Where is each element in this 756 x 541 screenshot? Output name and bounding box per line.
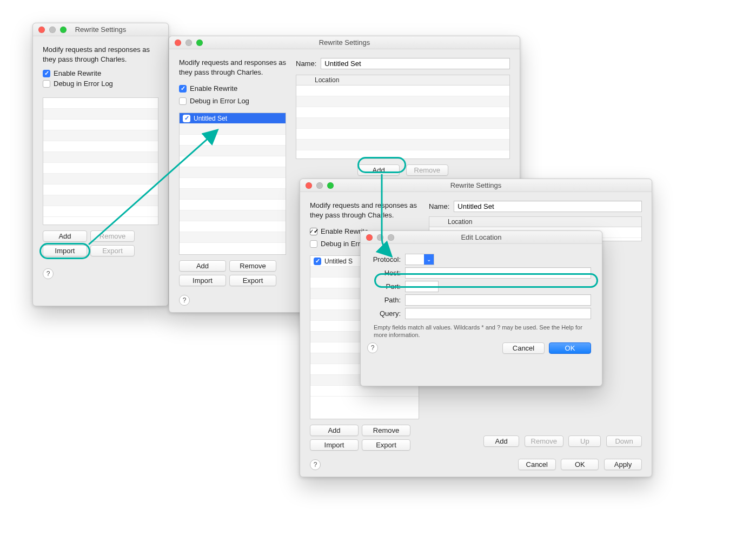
close-icon[interactable] bbox=[306, 182, 312, 189]
rules-remove-button[interactable]: Remove bbox=[525, 436, 563, 447]
export-button[interactable]: Export bbox=[229, 275, 276, 286]
zoom-icon[interactable] bbox=[196, 39, 203, 46]
remove-button[interactable]: Remove bbox=[362, 425, 410, 436]
minimize-icon[interactable] bbox=[185, 39, 192, 46]
intro-text: Modify requests and responses as they pa… bbox=[43, 45, 158, 64]
rules-add-button[interactable]: Add bbox=[483, 436, 519, 447]
traffic-lights bbox=[300, 182, 334, 189]
edit-location-dialog: Edit Location Protocol: ⌄ Host: Port: Pa… bbox=[360, 230, 602, 386]
ok-button[interactable]: OK bbox=[561, 459, 599, 470]
remove-button[interactable]: Remove bbox=[229, 260, 276, 272]
debug-log-checkbox[interactable] bbox=[179, 97, 187, 105]
list-item[interactable]: Untitled Set bbox=[180, 113, 286, 124]
enable-rewrite-checkbox[interactable] bbox=[43, 70, 50, 77]
location-column-header[interactable]: Location bbox=[296, 75, 509, 85]
minimize-icon[interactable] bbox=[49, 27, 56, 33]
rules-up-button[interactable]: Up bbox=[568, 436, 601, 447]
add-button[interactable]: Add bbox=[179, 260, 226, 272]
titlebar[interactable]: Rewrite Settings bbox=[33, 23, 168, 36]
path-label: Path: bbox=[367, 296, 405, 304]
window-title: Rewrite Settings bbox=[169, 38, 520, 47]
close-icon[interactable] bbox=[175, 39, 181, 46]
cancel-button[interactable]: Cancel bbox=[502, 342, 545, 354]
set-enabled-checkbox[interactable] bbox=[314, 258, 321, 265]
import-button[interactable]: Import bbox=[310, 439, 359, 451]
name-label: Name: bbox=[296, 60, 316, 68]
close-icon[interactable] bbox=[38, 27, 45, 33]
add-button[interactable]: Add bbox=[43, 230, 87, 242]
zoom-icon[interactable] bbox=[60, 27, 67, 33]
window-title: Rewrite Settings bbox=[300, 181, 652, 189]
ok-button[interactable]: OK bbox=[549, 342, 591, 354]
debug-log-label: Debug in Error Log bbox=[190, 97, 249, 105]
protocol-select[interactable]: ⌄ bbox=[405, 254, 434, 265]
path-input[interactable] bbox=[405, 294, 591, 306]
enable-rewrite-checkbox[interactable] bbox=[179, 85, 187, 93]
location-column-header[interactable]: Location bbox=[429, 217, 641, 227]
traffic-lights bbox=[33, 27, 67, 33]
export-button[interactable]: Export bbox=[362, 439, 410, 451]
set-name-input[interactable] bbox=[454, 201, 642, 212]
port-label: Port: bbox=[367, 282, 405, 291]
rewrite-settings-window-1: Rewrite Settings Modify requests and res… bbox=[32, 23, 169, 306]
chevron-down-icon: ⌄ bbox=[424, 254, 434, 265]
port-input[interactable] bbox=[405, 281, 439, 292]
intro-text: Modify requests and responses as they pa… bbox=[310, 201, 419, 220]
remove-location-button[interactable]: Remove bbox=[406, 164, 448, 176]
sets-list[interactable]: Untitled Set bbox=[179, 113, 286, 255]
add-button[interactable]: Add bbox=[310, 425, 359, 436]
titlebar[interactable]: Edit Location bbox=[361, 231, 602, 244]
protocol-label: Protocol: bbox=[367, 255, 405, 263]
intro-text: Modify requests and responses as they pa… bbox=[179, 58, 286, 77]
set-name: Untitled Set bbox=[194, 115, 227, 122]
set-name: Untitled S bbox=[324, 258, 353, 265]
host-label: Host: bbox=[367, 269, 405, 277]
add-location-button[interactable]: Add bbox=[357, 164, 400, 176]
minimize-icon[interactable] bbox=[316, 182, 323, 189]
debug-log-label: Debug in Error Log bbox=[54, 80, 113, 88]
name-label: Name: bbox=[429, 202, 449, 210]
rules-down-button[interactable]: Down bbox=[606, 436, 642, 447]
remove-button[interactable]: Remove bbox=[90, 230, 135, 242]
debug-log-checkbox[interactable] bbox=[310, 240, 317, 248]
locations-table[interactable]: Location bbox=[296, 75, 510, 159]
help-button[interactable]: ? bbox=[43, 268, 54, 279]
import-button[interactable]: Import bbox=[43, 245, 87, 256]
sets-list[interactable] bbox=[43, 97, 158, 225]
apply-button[interactable]: Apply bbox=[604, 459, 642, 470]
set-name-input[interactable] bbox=[321, 58, 510, 69]
export-button[interactable]: Export bbox=[90, 245, 135, 256]
close-icon[interactable] bbox=[366, 234, 373, 241]
host-input[interactable] bbox=[405, 267, 591, 279]
query-input[interactable] bbox=[405, 308, 591, 319]
window-title: Edit Location bbox=[361, 233, 602, 241]
minimize-icon[interactable] bbox=[377, 234, 383, 241]
enable-rewrite-label: Enable Rewrite bbox=[54, 69, 101, 77]
import-button[interactable]: Import bbox=[179, 275, 226, 286]
enable-rewrite-checkbox[interactable]: ✓ bbox=[310, 228, 317, 235]
titlebar[interactable]: Rewrite Settings bbox=[169, 36, 520, 49]
zoom-icon[interactable] bbox=[327, 182, 334, 189]
hint-text: Empty fields match all values. Wildcards… bbox=[374, 324, 591, 339]
enable-rewrite-label: Enable Rewrite bbox=[190, 84, 237, 93]
zoom-icon[interactable] bbox=[388, 234, 394, 241]
traffic-lights bbox=[169, 39, 203, 46]
cancel-button[interactable]: Cancel bbox=[518, 459, 556, 470]
traffic-lights bbox=[361, 234, 394, 241]
set-enabled-checkbox[interactable] bbox=[183, 115, 190, 122]
debug-log-checkbox[interactable] bbox=[43, 80, 50, 88]
query-label: Query: bbox=[367, 309, 405, 318]
titlebar[interactable]: Rewrite Settings bbox=[300, 179, 652, 192]
help-button[interactable]: ? bbox=[367, 342, 378, 353]
help-button[interactable]: ? bbox=[310, 459, 321, 470]
help-button[interactable]: ? bbox=[179, 295, 190, 306]
